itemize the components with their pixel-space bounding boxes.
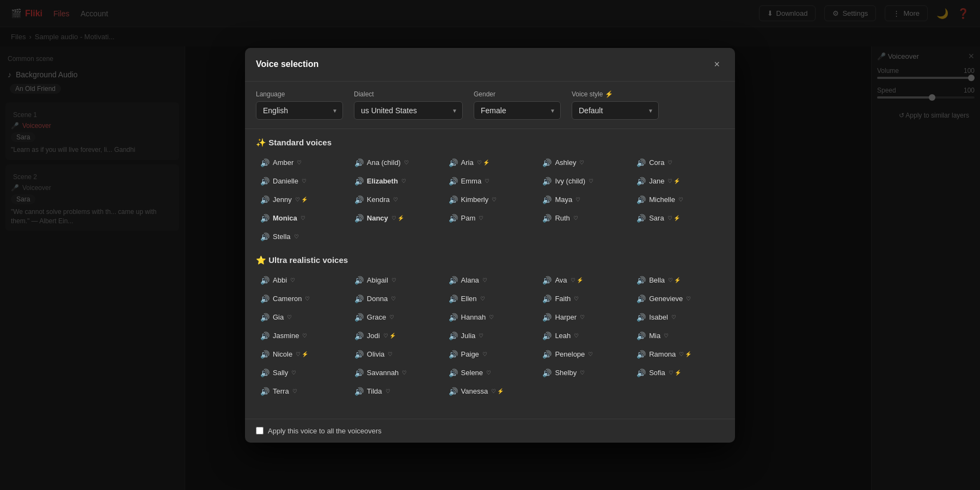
voice-play-btn[interactable]: 🔊 — [636, 295, 646, 303]
voice-play-btn[interactable]: 🔊 — [636, 195, 646, 204]
voice-play-btn[interactable]: 🔊 — [354, 195, 364, 204]
voice-play-btn[interactable]: 🔊 — [449, 369, 458, 377]
voice-item[interactable]: 🔊Stella♡ — [256, 229, 348, 244]
voice-play-btn[interactable]: 🔊 — [636, 350, 646, 359]
voice-item[interactable]: 🔊Isabel♡ — [632, 310, 724, 325]
voice-play-btn[interactable]: 🔊 — [260, 295, 270, 303]
voice-play-btn[interactable]: 🔊 — [636, 313, 646, 322]
voice-item[interactable]: 🔊Kimberly♡ — [444, 192, 536, 207]
voice-play-btn[interactable]: 🔊 — [260, 276, 270, 285]
voice-item[interactable]: 🔊Genevieve♡ — [632, 291, 724, 307]
voice-play-btn[interactable]: 🔊 — [449, 158, 458, 167]
voice-play-btn[interactable]: 🔊 — [449, 177, 458, 186]
voice-play-btn[interactable]: 🔊 — [636, 177, 646, 186]
voice-play-btn[interactable]: 🔊 — [636, 158, 646, 167]
voice-item[interactable]: 🔊Tilda♡ — [350, 384, 442, 399]
voice-item[interactable]: 🔊Gia♡ — [256, 310, 348, 325]
voice-play-btn[interactable]: 🔊 — [354, 369, 364, 377]
voice-item[interactable]: 🔊Ruth♡ — [538, 211, 630, 226]
voice-item[interactable]: 🔊Paige♡ — [444, 347, 536, 362]
voice-play-btn[interactable]: 🔊 — [542, 313, 552, 322]
voice-play-btn[interactable]: 🔊 — [260, 387, 270, 396]
voice-item[interactable]: 🔊Abigail♡ — [350, 273, 442, 288]
voice-play-btn[interactable]: 🔊 — [449, 214, 458, 223]
voice-item[interactable]: 🔊Ellen♡ — [444, 291, 536, 307]
voice-item[interactable]: 🔊Harper♡ — [538, 310, 630, 325]
voice-item[interactable]: 🔊Olivia♡ — [350, 347, 442, 362]
voice-play-btn[interactable]: 🔊 — [636, 369, 646, 377]
voice-item[interactable]: 🔊Jodi♡⚡ — [350, 328, 442, 344]
voice-play-btn[interactable]: 🔊 — [542, 195, 552, 204]
voice-item[interactable]: 🔊Maya♡ — [538, 192, 630, 207]
voice-play-btn[interactable]: 🔊 — [260, 177, 270, 186]
voice-play-btn[interactable]: 🔊 — [260, 332, 270, 340]
voice-item[interactable]: 🔊Bella♡⚡ — [632, 273, 724, 288]
voice-play-btn[interactable]: 🔊 — [449, 350, 458, 359]
voice-play-btn[interactable]: 🔊 — [542, 158, 552, 167]
voice-item[interactable]: 🔊Kendra♡ — [350, 192, 442, 207]
voice-item[interactable]: 🔊Leah♡ — [538, 328, 630, 344]
voice-item[interactable]: 🔊Ashley♡ — [538, 155, 630, 170]
voice-item[interactable]: 🔊Shelby♡ — [538, 365, 630, 381]
voice-play-btn[interactable]: 🔊 — [542, 276, 552, 285]
voice-item[interactable]: 🔊Grace♡ — [350, 310, 442, 325]
voice-play-btn[interactable]: 🔊 — [260, 350, 270, 359]
voice-item[interactable]: 🔊Hannah♡ — [444, 310, 536, 325]
voice-play-btn[interactable]: 🔊 — [449, 313, 458, 322]
voice-play-btn[interactable]: 🔊 — [354, 387, 364, 396]
voice-item[interactable]: 🔊Ava♡⚡ — [538, 273, 630, 288]
apply-all-checkbox-label[interactable]: Apply this voice to all the voiceovers — [256, 427, 382, 435]
modal-close-button[interactable]: × — [709, 57, 724, 72]
voice-item[interactable]: 🔊Jane♡⚡ — [632, 174, 724, 189]
voice-item[interactable]: 🔊Jasmine♡ — [256, 328, 348, 344]
voice-play-btn[interactable]: 🔊 — [354, 158, 364, 167]
voice-play-btn[interactable]: 🔊 — [354, 276, 364, 285]
voice-play-btn[interactable]: 🔊 — [354, 295, 364, 303]
voice-play-btn[interactable]: 🔊 — [449, 387, 458, 396]
voice-play-btn[interactable]: 🔊 — [542, 369, 552, 377]
voice-play-btn[interactable]: 🔊 — [260, 232, 270, 241]
voice-item[interactable]: 🔊Donna♡ — [350, 291, 442, 307]
voice-item[interactable]: 🔊Elizabeth♡ — [350, 174, 442, 189]
voice-play-btn[interactable]: 🔊 — [354, 350, 364, 359]
voice-item[interactable]: 🔊Alana♡ — [444, 273, 536, 288]
voice-item[interactable]: 🔊Sofia♡⚡ — [632, 365, 724, 381]
voice-item[interactable]: 🔊Nancy♡⚡ — [350, 211, 442, 226]
voice-style-select[interactable]: Default Cheerful Sad — [572, 101, 659, 120]
voice-play-btn[interactable]: 🔊 — [542, 332, 552, 340]
voice-play-btn[interactable]: 🔊 — [260, 369, 270, 377]
voice-item[interactable]: 🔊Penelope♡ — [538, 347, 630, 362]
voice-item[interactable]: 🔊Michelle♡ — [632, 192, 724, 207]
voice-play-btn[interactable]: 🔊 — [260, 195, 270, 204]
voice-item[interactable]: 🔊Faith♡ — [538, 291, 630, 307]
voice-play-btn[interactable]: 🔊 — [354, 332, 364, 340]
voice-play-btn[interactable]: 🔊 — [354, 214, 364, 223]
voice-item[interactable]: 🔊Terra♡ — [256, 384, 348, 399]
voice-play-btn[interactable]: 🔊 — [354, 177, 364, 186]
voice-item[interactable]: 🔊Amber♡ — [256, 155, 348, 170]
voice-item[interactable]: 🔊Ramona♡⚡ — [632, 347, 724, 362]
voice-play-btn[interactable]: 🔊 — [260, 214, 270, 223]
voice-item[interactable]: 🔊Mia♡ — [632, 328, 724, 344]
voice-play-btn[interactable]: 🔊 — [542, 295, 552, 303]
apply-all-checkbox[interactable] — [256, 427, 264, 434]
voice-item[interactable]: 🔊Pam♡ — [444, 211, 536, 226]
voice-item[interactable]: 🔊Sally♡ — [256, 365, 348, 381]
voice-item[interactable]: 🔊Savannah♡ — [350, 365, 442, 381]
voice-play-btn[interactable]: 🔊 — [449, 276, 458, 285]
voice-play-btn[interactable]: 🔊 — [449, 332, 458, 340]
voice-play-btn[interactable]: 🔊 — [260, 313, 270, 322]
voice-item[interactable]: 🔊Danielle♡ — [256, 174, 348, 189]
voice-item[interactable]: 🔊Jenny♡⚡ — [256, 192, 348, 207]
voice-item[interactable]: 🔊Sara♡⚡ — [632, 211, 724, 226]
voice-play-btn[interactable]: 🔊 — [542, 177, 552, 186]
voice-item[interactable]: 🔊Vanessa♡⚡ — [444, 384, 536, 399]
gender-select[interactable]: Female Male All — [474, 101, 561, 120]
voice-item[interactable]: 🔊Nicole♡⚡ — [256, 347, 348, 362]
voice-item[interactable]: 🔊Monica♡ — [256, 211, 348, 226]
voice-play-btn[interactable]: 🔊 — [260, 158, 270, 167]
voice-item[interactable]: 🔊Ana (child)♡ — [350, 155, 442, 170]
voice-play-btn[interactable]: 🔊 — [636, 276, 646, 285]
voice-item[interactable]: 🔊Ivy (child)♡ — [538, 174, 630, 189]
voice-play-btn[interactable]: 🔊 — [636, 332, 646, 340]
